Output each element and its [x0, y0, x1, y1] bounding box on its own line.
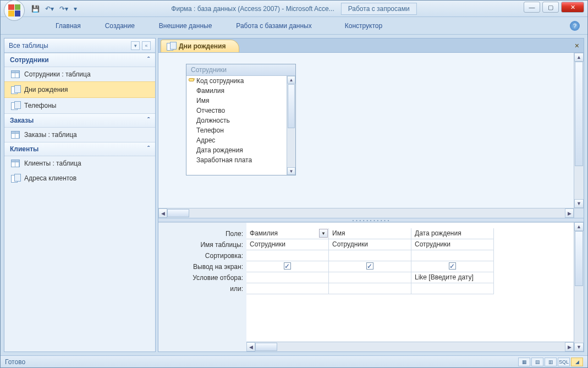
qbe-grid: Поле: Имя таблицы: Сортировка: Вывод на …: [158, 222, 574, 351]
view-pivot-icon[interactable]: ▤: [531, 358, 543, 366]
tab-db[interactable]: Работа с базами данных: [230, 20, 317, 32]
field-item[interactable]: Адрес: [186, 135, 295, 145]
nav-header[interactable]: Все таблицы ▾ «: [4, 39, 155, 53]
view-datasheet-icon[interactable]: ▦: [518, 358, 530, 366]
field-item[interactable]: Должность: [186, 116, 295, 125]
fieldlist-scrollbar[interactable]: ▲ ▼: [287, 76, 295, 175]
view-sql-button[interactable]: SQL: [558, 358, 570, 366]
row-or: [246, 283, 574, 294]
cell-table-0[interactable]: Сотрудники: [246, 239, 329, 250]
upper-vscroll[interactable]: ▲ ▼: [574, 53, 584, 208]
query-designer: Сотрудники Код сотрудника Фамилия Имя От…: [158, 52, 584, 352]
upper-hscroll[interactable]: ◀ ▶: [158, 208, 584, 218]
office-button[interactable]: [4, 0, 25, 21]
field-item[interactable]: Фамилия: [186, 86, 295, 96]
scroll-down-icon[interactable]: ▼: [287, 167, 295, 175]
field-item[interactable]: Имя: [186, 96, 295, 106]
cell-sort-2[interactable]: [411, 250, 494, 261]
scroll-thumb[interactable]: [255, 343, 277, 351]
redo-icon[interactable]: ↷▾: [59, 5, 68, 13]
checkbox-icon[interactable]: [366, 262, 373, 270]
cell-sort-1[interactable]: [329, 250, 411, 261]
status-text: Готово: [5, 358, 25, 366]
cell-table-1[interactable]: Сотрудники: [329, 239, 411, 250]
field-item[interactable]: Дата рождения: [186, 145, 295, 155]
checkbox-icon[interactable]: [284, 262, 291, 270]
nav-item-klienty-table[interactable]: Клиенты : таблица: [4, 156, 155, 171]
group-sotrudniki[interactable]: Сотрудникиˆ: [4, 53, 155, 67]
group-klienty[interactable]: Клиентыˆ: [4, 142, 155, 156]
help-button[interactable]: ?: [570, 21, 580, 31]
nav-item-sotrudniki-table[interactable]: Сотрудники : таблица: [4, 67, 155, 81]
cell-show-2[interactable]: [411, 261, 494, 272]
cell-field-0[interactable]: Фамилия▼: [246, 228, 329, 239]
quick-access-toolbar: 💾 ↶▾ ↷▾ ▾: [31, 5, 77, 13]
undo-icon[interactable]: ↶▾: [45, 5, 54, 13]
cell-field-1[interactable]: Имя: [329, 228, 411, 239]
nav-item-dni-rozhdeniya[interactable]: Дни рождения: [4, 81, 155, 98]
scroll-down-icon[interactable]: ▼: [574, 343, 584, 351]
group-zakazy[interactable]: Заказыˆ: [4, 113, 155, 128]
field-key[interactable]: Код сотрудника: [186, 76, 295, 86]
cell-field-2[interactable]: Дата рождения: [411, 228, 494, 239]
scroll-up-icon[interactable]: ▲: [574, 222, 584, 231]
scroll-thumb[interactable]: [167, 209, 189, 217]
cell-criteria-2[interactable]: Like [Введите дату]: [411, 272, 494, 283]
cell-or-2[interactable]: [411, 283, 494, 294]
row-table: Сотрудники Сотрудники Сотрудники: [246, 239, 574, 250]
query-icon: [167, 42, 175, 51]
scroll-thumb[interactable]: [575, 62, 583, 166]
scroll-right-icon[interactable]: ▶: [565, 342, 574, 351]
checkbox-icon[interactable]: [449, 262, 456, 270]
tab-external[interactable]: Внешние данные: [153, 20, 218, 32]
close-button[interactable]: ✕: [561, 2, 584, 13]
cell-show-1[interactable]: [329, 261, 411, 272]
scroll-down-icon[interactable]: ▼: [574, 199, 584, 208]
scroll-up-icon[interactable]: ▲: [574, 53, 584, 62]
field-item[interactable]: Заработная плата: [186, 155, 295, 165]
view-chart-icon[interactable]: ▥: [545, 358, 557, 366]
tab-home[interactable]: Главная: [50, 20, 86, 32]
nav-dropdown-icon[interactable]: ▾: [131, 41, 140, 50]
cell-criteria-0[interactable]: [246, 272, 329, 283]
window-title: Фирма : база данных (Access 2007) - Micr…: [171, 3, 416, 15]
nav-collapse-icon[interactable]: «: [142, 41, 151, 50]
save-icon[interactable]: 💾: [31, 5, 40, 13]
tab-design[interactable]: Конструктор: [339, 20, 388, 32]
minimize-button[interactable]: —: [524, 2, 540, 13]
scroll-thumb[interactable]: [575, 231, 583, 286]
scroll-left-icon[interactable]: ◀: [246, 342, 255, 351]
scroll-right-icon[interactable]: ▶: [565, 208, 574, 218]
lower-hscroll[interactable]: ◀ ▶: [246, 342, 574, 351]
doc-close-icon[interactable]: ×: [575, 41, 579, 50]
table-box-sotrudniki[interactable]: Сотрудники Код сотрудника Фамилия Имя От…: [186, 64, 296, 175]
scroll-left-icon[interactable]: ◀: [158, 208, 167, 218]
cell-table-2[interactable]: Сотрудники: [411, 239, 494, 250]
cell-or-0[interactable]: [246, 283, 329, 294]
cell-sort-0[interactable]: [246, 250, 329, 261]
cell-or-1[interactable]: [329, 283, 411, 294]
nav-item-telefony[interactable]: Телефоны: [4, 98, 155, 113]
collapse-icon: ˆ: [147, 145, 150, 153]
qat-dropdown-icon[interactable]: ▾: [74, 5, 77, 13]
row-criteria: Like [Введите дату]: [246, 272, 574, 283]
table-icon: [11, 160, 20, 167]
cell-criteria-1[interactable]: [329, 272, 411, 283]
tab-create[interactable]: Создание: [100, 20, 140, 32]
field-item[interactable]: Телефон: [186, 125, 295, 135]
table-canvas[interactable]: Сотрудники Код сотрудника Фамилия Имя От…: [158, 53, 574, 208]
field-item[interactable]: Отчество: [186, 106, 295, 116]
view-design-icon[interactable]: ◢: [571, 358, 583, 366]
doc-tab-dni-rozhdeniya[interactable]: Дни рождения: [161, 40, 239, 52]
scroll-thumb[interactable]: [288, 84, 295, 128]
scroll-up-icon[interactable]: ▲: [287, 76, 295, 84]
maximize-button[interactable]: ▢: [542, 2, 559, 13]
table-icon: [11, 131, 20, 139]
lower-vscroll[interactable]: ▲ ▼: [574, 222, 584, 351]
query-icon: [11, 101, 20, 110]
nav-item-adresa-klientov[interactable]: Адреса клиентов: [4, 171, 155, 186]
nav-item-zakazy-table[interactable]: Заказы : таблица: [4, 128, 155, 142]
dropdown-icon[interactable]: ▼: [319, 229, 328, 238]
splitter[interactable]: • • • • • • • • • • •: [158, 218, 584, 222]
cell-show-0[interactable]: [246, 261, 329, 272]
